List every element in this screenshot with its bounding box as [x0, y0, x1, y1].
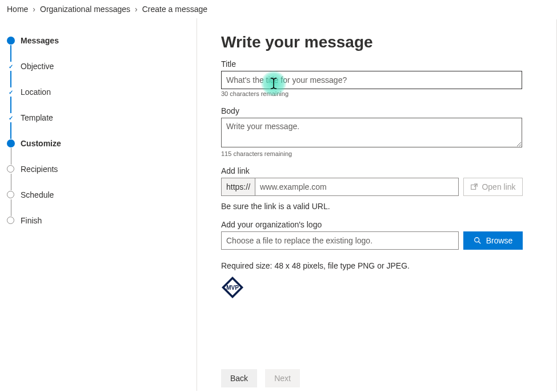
link-hint: Be sure the link is a valid URL. — [221, 202, 528, 211]
title-input[interactable] — [221, 71, 522, 89]
step-customize[interactable]: Customize — [7, 138, 197, 164]
step-messages[interactable]: Messages — [7, 35, 197, 61]
wizard-steps: Messages Objective Location Template Cus — [0, 18, 197, 391]
logo-requirement: Required size: 48 x 48 pixels, file type… — [221, 261, 528, 270]
next-button[interactable]: Next — [265, 369, 300, 387]
step-label: Objective — [21, 61, 54, 71]
page-title: Write your message — [221, 33, 528, 51]
body-field-group: Body 115 characters remaining — [221, 106, 528, 157]
step-marker-active-icon — [7, 139, 15, 147]
step-objective[interactable]: Objective — [7, 61, 197, 87]
body-textarea[interactable] — [221, 118, 522, 147]
body-label: Body — [221, 106, 528, 115]
step-marker-empty-icon — [7, 217, 14, 224]
step-marker-empty-icon — [7, 191, 14, 198]
step-label: Customize — [21, 138, 61, 149]
step-marker-active-icon — [7, 37, 15, 45]
logo-label: Add your organization's logo — [221, 220, 528, 229]
step-label: Recipients — [21, 164, 58, 174]
step-location[interactable]: Location — [7, 87, 197, 113]
title-label: Title — [221, 59, 528, 69]
breadcrumb-org-messages[interactable]: Organizational messages — [40, 5, 130, 14]
open-link-label: Open link — [482, 182, 515, 191]
step-schedule[interactable]: Schedule — [7, 190, 197, 215]
step-marker-check-icon — [7, 114, 15, 122]
step-label: Finish — [21, 215, 42, 226]
mvp-logo-icon: MVP — [221, 276, 244, 299]
logo-field-group: Add your organization's logo Choose a fi… — [221, 220, 528, 250]
step-marker-check-icon — [7, 88, 15, 96]
step-marker-empty-icon — [7, 165, 14, 173]
wizard-footer: Back Next — [221, 369, 300, 387]
link-label: Add link — [221, 166, 528, 175]
svg-text:MVP: MVP — [226, 285, 239, 291]
chevron-right-icon: › — [135, 5, 138, 14]
step-label: Messages — [21, 35, 59, 46]
step-label: Template — [21, 113, 53, 123]
back-button[interactable]: Back — [221, 369, 257, 387]
link-input[interactable] — [255, 178, 459, 196]
step-finish[interactable]: Finish — [7, 215, 197, 241]
search-icon — [474, 237, 482, 245]
step-marker-check-icon — [7, 62, 15, 70]
browse-label: Browse — [486, 236, 513, 245]
link-prefix: https:// — [221, 178, 255, 196]
step-recipients[interactable]: Recipients — [7, 164, 197, 190]
breadcrumb: Home › Organizational messages › Create … — [0, 0, 557, 18]
chevron-right-icon: › — [33, 5, 35, 14]
svg-point-1 — [474, 238, 479, 242]
open-external-icon — [470, 183, 478, 191]
title-helper: 30 characters remaining — [221, 90, 528, 97]
title-field-group: Title 30 characters remaining — [221, 59, 528, 97]
logo-preview: MVP — [221, 276, 244, 299]
browse-button[interactable]: Browse — [463, 231, 523, 250]
step-label: Location — [21, 87, 51, 97]
breadcrumb-current: Create a message — [142, 5, 207, 14]
body-helper: 115 characters remaining — [221, 150, 528, 157]
step-template[interactable]: Template — [7, 113, 197, 138]
link-field-group: Add link https:// Open link — [221, 166, 528, 196]
breadcrumb-home[interactable]: Home — [7, 5, 28, 14]
main-content: Write your message Title 30 characters r… — [197, 18, 557, 391]
step-label: Schedule — [21, 190, 54, 200]
logo-file-input[interactable]: Choose a file to replace the existing lo… — [221, 231, 459, 250]
svg-rect-0 — [471, 185, 476, 190]
open-link-button[interactable]: Open link — [463, 178, 523, 196]
